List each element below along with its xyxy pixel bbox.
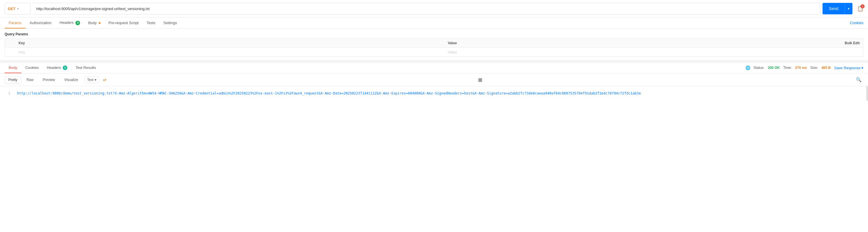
search-button[interactable]: 🔍 — [854, 76, 863, 84]
tab-settings[interactable]: Settings — [159, 18, 181, 29]
value-col-header: Value — [444, 38, 622, 47]
checkbox-col-header — [5, 38, 15, 47]
time-value: 270 ms — [795, 66, 807, 70]
tab-tests[interactable]: Tests — [143, 18, 159, 29]
table-row: Key Value — [5, 47, 863, 56]
copy-button[interactable]: ▦ — [476, 76, 484, 84]
query-params-section: Query Params Key Value Bulk Edit Key Val… — [0, 29, 868, 57]
request-tabs: Params Authorization Headers 8 Body Pre-… — [0, 17, 868, 29]
headers-badge: 8 — [75, 21, 80, 25]
line-number-1: 1 — [5, 91, 10, 96]
resp-tab-cookies[interactable]: Cookies — [21, 63, 43, 73]
section-divider — [0, 60, 868, 63]
text-format-select[interactable]: Text ▾ — [85, 76, 99, 83]
row-checkbox — [5, 47, 15, 56]
response-status-bar: 🌐 Status: 200 OK Time: 270 ms Size: 465 … — [745, 66, 863, 70]
tab-pre-request[interactable]: Pre-request Script — [104, 18, 143, 29]
time-label: Time: — [783, 66, 792, 70]
send-btn-group: Send ▾ — [823, 3, 852, 14]
save-icon-button[interactable]: 📋 2 — [857, 5, 863, 12]
resp-tab-headers[interactable]: Headers 5 — [43, 63, 72, 74]
response-section: Body Cookies Headers 5 Test Results 🌐 St… — [0, 63, 868, 101]
query-params-title: Query Params — [5, 32, 863, 36]
globe-icon: 🌐 — [745, 66, 750, 70]
response-format-bar: Pretty Raw Preview Visualize Text ▾ ⇄ ▦ … — [0, 74, 868, 86]
key-cell[interactable]: Key — [15, 47, 445, 56]
format-tab-raw[interactable]: Raw — [23, 76, 37, 84]
save-badge: 2 — [861, 4, 865, 8]
bulk-edit-btn[interactable]: Bulk Edit — [622, 38, 863, 47]
format-tab-visualize[interactable]: Visualize — [60, 76, 82, 84]
scrollbar[interactable] — [866, 86, 868, 101]
resp-tab-test-results[interactable]: Test Results — [71, 63, 100, 73]
url-input[interactable] — [33, 3, 820, 14]
send-dropdown-button[interactable]: ▾ — [845, 3, 852, 14]
status-label: Status: — [754, 66, 765, 70]
size-label: Size: — [810, 66, 818, 70]
tab-body[interactable]: Body — [84, 18, 104, 29]
send-button[interactable]: Send — [823, 3, 845, 14]
format-tab-preview[interactable]: Preview — [39, 76, 59, 84]
format-tab-pretty[interactable]: Pretty — [5, 76, 21, 84]
value-cell[interactable]: Value — [444, 47, 622, 56]
headers-resp-badge: 5 — [63, 66, 67, 70]
response-content: 1 http://localhost:9000/demo/test_versio… — [0, 86, 868, 101]
params-table: Key Value Bulk Edit Key Value — [5, 38, 863, 57]
status-value: 200 OK — [768, 66, 780, 70]
chevron-down-icon: ▾ — [17, 7, 19, 10]
response-url-link[interactable]: http://localhost:9000/demo/test_versioni… — [17, 91, 641, 95]
key-col-header: Key — [15, 38, 445, 47]
tab-params[interactable]: Params — [5, 18, 26, 29]
wrap-lines-icon[interactable]: ⇄ — [103, 78, 106, 82]
top-bar: GET ▾ Send ▾ 📋 2 — [0, 0, 868, 17]
save-response-button[interactable]: Save Response ▾ — [834, 66, 863, 70]
tab-authorization[interactable]: Authorization — [26, 18, 56, 29]
size-value: 465 B — [822, 66, 831, 70]
method-select[interactable]: GET ▾ — [5, 3, 31, 14]
response-tabs-bar: Body Cookies Headers 5 Test Results 🌐 St… — [0, 63, 868, 74]
body-dot — [99, 22, 100, 24]
resp-tab-body[interactable]: Body — [5, 63, 21, 73]
tab-headers[interactable]: Headers 8 — [56, 17, 84, 29]
cookies-link[interactable]: Cookies — [850, 21, 863, 25]
method-label: GET — [8, 7, 16, 11]
row-action — [622, 47, 863, 56]
